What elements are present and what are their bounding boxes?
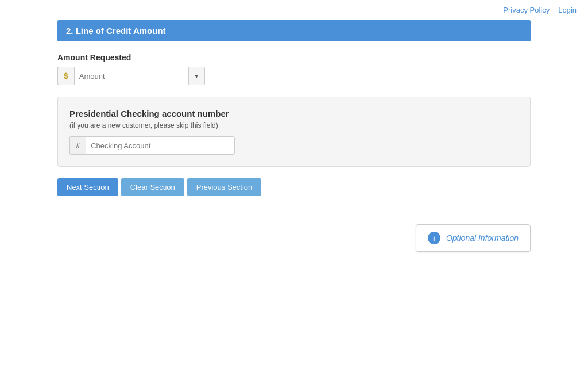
main-content: 2. Line of Credit Amount Amount Requeste…: [0, 20, 588, 196]
amount-row: $ ▼: [57, 67, 531, 85]
amount-input[interactable]: [74, 67, 189, 85]
top-nav: Privacy Policy Login: [0, 0, 588, 20]
checking-title: Presidential Checking account number: [69, 109, 519, 118]
checking-input-row: #: [69, 136, 519, 155]
privacy-policy-link[interactable]: Privacy Policy: [503, 6, 550, 14]
checking-subtitle: (if you are a new customer, please skip …: [69, 121, 519, 129]
section-header: 2. Line of Credit Amount: [57, 20, 531, 41]
checking-account-input[interactable]: [86, 136, 235, 155]
clear-section-button[interactable]: Clear Section: [121, 178, 184, 196]
login-link[interactable]: Login: [558, 6, 577, 14]
amount-label: Amount Requested: [57, 53, 531, 62]
amount-dropdown-button[interactable]: ▼: [189, 67, 205, 85]
next-section-button[interactable]: Next Section: [57, 178, 118, 196]
buttons-row: Next Section Clear Section Previous Sect…: [57, 178, 531, 196]
previous-section-button[interactable]: Previous Section: [187, 178, 262, 196]
hash-sign-icon: #: [69, 136, 86, 155]
dollar-sign-icon: $: [57, 67, 74, 85]
checking-account-box: Presidential Checking account number (if…: [57, 97, 531, 167]
